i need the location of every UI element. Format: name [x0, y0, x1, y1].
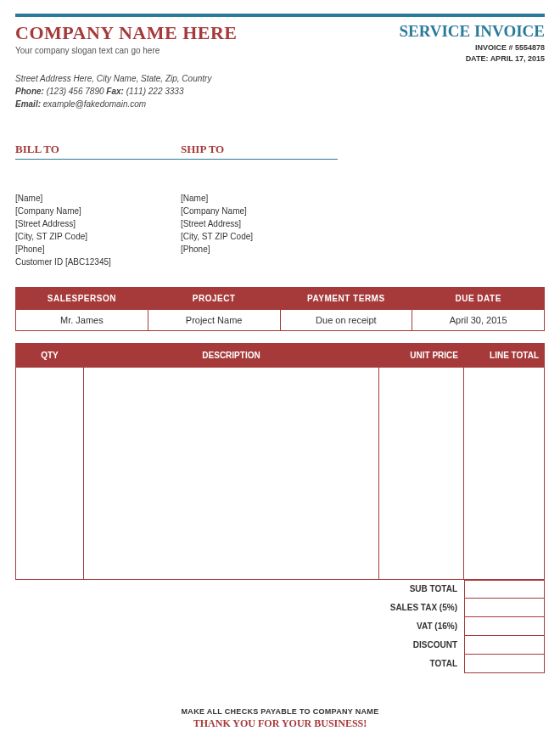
totals-label-vat: VAT (16%) [362, 617, 464, 636]
totals-label-discount: DISCOUNT [362, 636, 464, 655]
company-email: Email: example@fakedomain.com [15, 98, 545, 110]
invoice-date: DATE: APRIL 17, 2015 [399, 53, 545, 65]
company-name: COMPANY NAME HERE [15, 22, 237, 44]
items-cell-ltotal [464, 368, 545, 580]
invoice-title: SERVICE INVOICE [399, 22, 545, 41]
totals-label-subtotal: SUB TOTAL [362, 580, 464, 599]
ship-to-heading: SHIP TO [181, 143, 346, 159]
bill-to-body: [Name] [Company Name] [Street Address] [… [15, 192, 181, 268]
totals-label-total: TOTAL [362, 655, 464, 673]
meta-header-salesperson: SALESPERSON [16, 288, 148, 310]
items-cell-desc [84, 368, 379, 580]
items-header-desc: DESCRIPTION [84, 344, 379, 368]
meta-header-due: DUE DATE [412, 288, 545, 310]
items-table: QTY DESCRIPTION UNIT PRICE LINE TOTAL [15, 343, 545, 580]
totals-box-total [464, 655, 545, 673]
totals-box-salestax [464, 599, 545, 617]
company-address-block: Street Address Here, City Name, State, Z… [15, 72, 545, 110]
meta-value-salesperson: Mr. James [16, 310, 148, 331]
ship-to-body: [Name] [Company Name] [Street Address] [… [181, 192, 346, 256]
top-rule [15, 14, 545, 17]
company-address: Street Address Here, City Name, State, Z… [15, 72, 545, 85]
bill-to-heading: BILL TO [15, 143, 181, 159]
invoice-number: INVOICE # 5554878 [399, 42, 545, 53]
totals-box-vat [464, 617, 545, 636]
totals-box-discount [464, 636, 545, 655]
items-cell-uprice [379, 368, 464, 580]
meta-value-project: Project Name [148, 310, 280, 331]
items-cell-qty [16, 368, 84, 580]
company-phone-fax: Phone: (123) 456 7890 Fax: (111) 222 333… [15, 85, 545, 98]
totals-block: SUB TOTAL SALES TAX (5%) VAT (16%) DISCO… [15, 580, 545, 673]
footer-payable: MAKE ALL CHECKS PAYABLE TO COMPANY NAME [15, 707, 545, 716]
items-header-qty: QTY [16, 344, 84, 368]
billship-rule [15, 159, 338, 160]
items-header-uprice: UNIT PRICE [379, 344, 464, 368]
totals-box-subtotal [464, 580, 545, 599]
items-header-ltotal: LINE TOTAL [464, 344, 545, 368]
meta-value-due: April 30, 2015 [412, 310, 545, 331]
meta-value-terms: Due on receipt [280, 310, 412, 331]
company-slogan: Your company slogan text can go here [15, 46, 237, 55]
meta-header-project: PROJECT [148, 288, 280, 310]
footer-thanks: THANK YOU FOR YOUR BUSINESS! [15, 717, 545, 730]
meta-header-terms: PAYMENT TERMS [280, 288, 412, 310]
totals-label-salestax: SALES TAX (5%) [362, 599, 464, 617]
meta-table: SALESPERSON PROJECT PAYMENT TERMS DUE DA… [15, 287, 545, 331]
